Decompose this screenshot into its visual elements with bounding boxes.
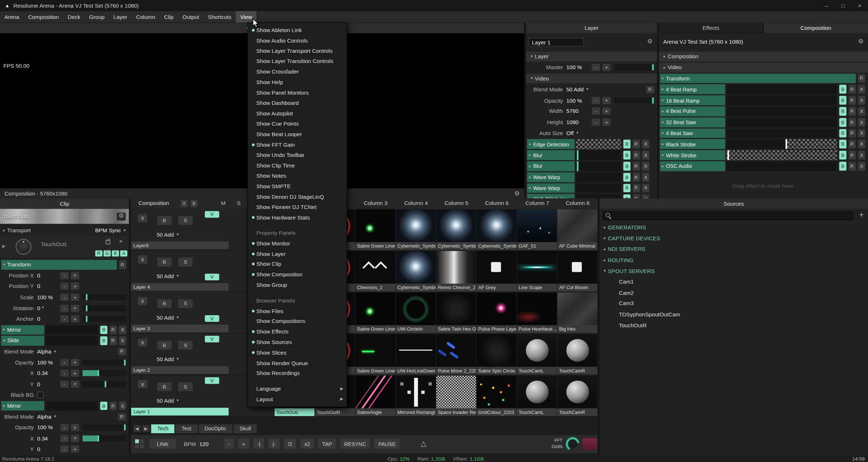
layer-name-field[interactable]: Layer 1 — [529, 37, 584, 46]
view-menu-item-show-layer-transport-controls[interactable]: Show Layer Transport Controls — [248, 46, 347, 56]
view-menu-item-show-layer[interactable]: Show Layer — [248, 249, 347, 259]
dropdown-blend-mode[interactable]: Alpha▾ — [37, 348, 56, 355]
increment-button[interactable]: + — [71, 446, 79, 453]
expand-triangle-icon[interactable]: ▸ — [660, 153, 666, 157]
decrement-button[interactable]: - — [592, 119, 600, 126]
clip-name-strip[interactable]: TouchOutL ⚙ — [0, 209, 129, 224]
channel-a-button[interactable]: A — [120, 250, 127, 257]
effect-header[interactable]: ▸4 Beat Pulse — [660, 106, 725, 116]
expand-triangle-icon[interactable]: ▸ — [660, 87, 666, 91]
view-menu-item-show-group[interactable]: Show Group — [248, 280, 347, 291]
effect-header[interactable]: ▸Shift Glitch Hor — [527, 194, 575, 198]
param-value[interactable]: 0 — [37, 446, 58, 453]
params-button[interactable]: P. — [119, 260, 126, 269]
tab-composition[interactable]: Composition — [764, 23, 868, 33]
effect-row-16-beat-ramp[interactable]: ▸16 Beat RampBP.X — [659, 95, 868, 106]
bypass-button[interactable]: B — [839, 107, 847, 116]
increment-button[interactable]: + — [71, 359, 79, 366]
remove-button[interactable]: X — [642, 162, 649, 170]
remove-button[interactable]: X — [858, 129, 865, 138]
channel-r-button[interactable]: R — [95, 250, 103, 257]
close-icon[interactable]: × — [119, 238, 122, 244]
dropdown-blend-mode[interactable]: 50 Add▾ — [566, 86, 588, 92]
effect-row-slide[interactable]: ▾SlideBP.X — [0, 335, 129, 346]
bypass-button[interactable]: B — [623, 162, 630, 170]
previous-deck-button[interactable]: ◀ — [134, 425, 141, 432]
params-button[interactable]: P. — [849, 85, 856, 94]
clip-cell[interactable]: Space Invader Rec... — [436, 375, 476, 416]
layer-solo-button[interactable]: S — [178, 216, 193, 225]
bypass-button[interactable]: B — [623, 195, 630, 198]
bypass-button[interactable]: B — [839, 118, 847, 127]
clip-cell[interactable]: Sabre Green Lines 1 — [355, 209, 395, 250]
source-category-ndi-servers[interactable]: ▸NDI SERVERS — [600, 244, 868, 255]
effect-row-mirror[interactable]: ▸MirrorBP.X — [0, 324, 129, 335]
play-icon[interactable]: ▶ — [2, 244, 5, 249]
increment-button[interactable]: + — [71, 283, 79, 290]
view-menu-item-show-undo-toolbar[interactable]: Show Undo Toolbar — [248, 150, 347, 161]
composition-clear-button[interactable]: X — [180, 200, 188, 207]
increment-button[interactable]: + — [71, 304, 79, 312]
decrement-button[interactable]: - — [60, 272, 69, 279]
layer-clear-button[interactable]: X — [138, 256, 147, 264]
effect-row-blur[interactable]: ▸BlurBP.X — [526, 161, 657, 171]
effect-track[interactable] — [576, 139, 621, 149]
clip-cell[interactable]: Sabre Green Lines 2 — [355, 333, 395, 375]
next-deck-button[interactable]: ▶ — [142, 425, 150, 432]
effect-track[interactable] — [576, 194, 621, 198]
view-menu-item-show-compositions[interactable]: Show Compositions — [248, 316, 347, 327]
decrement-button[interactable]: - — [592, 97, 600, 104]
view-menu-item-show-pioneer-dj-tcnet[interactable]: Show Pioneer DJ TCNet — [248, 202, 347, 213]
clip-cell[interactable]: Line Scape — [517, 250, 557, 292]
expand-triangle-icon[interactable]: ▾ — [529, 76, 535, 80]
source-category-spout-servers[interactable]: ▾SPOUT SERVERS — [600, 265, 868, 276]
menubar-item-column[interactable]: Column — [132, 11, 160, 23]
gear-icon[interactable]: ⚙ — [647, 38, 653, 44]
expand-triangle-icon[interactable]: ▸ — [660, 131, 666, 135]
layer-solo-button[interactable]: S — [178, 258, 193, 266]
expand-triangle-icon[interactable]: ▸ — [602, 247, 608, 252]
params-button[interactable]: P. — [110, 336, 117, 345]
params-button[interactable]: P. — [849, 162, 856, 170]
source-item-tdsyphonspoutoutcam[interactable]: TDSyphonSpoutOutCam — [600, 309, 868, 320]
params-button[interactable]: P. — [110, 325, 117, 334]
params-button[interactable]: P. — [849, 96, 856, 105]
clip-cell[interactable]: GAF_01 — [517, 209, 557, 250]
view-menu-item-show-hardware-stats[interactable]: Show Hardware Stats — [248, 212, 347, 223]
clip-cell[interactable]: TouchCamL — [517, 375, 557, 416]
effect-row-32-beat-saw[interactable]: ▸32 Beat SawBP.X — [659, 117, 868, 128]
clip-cell[interactable]: Cybernetic_Symbi... — [436, 209, 476, 250]
bpm-halve-button[interactable]: /2 — [284, 439, 296, 449]
remove-button[interactable]: X — [119, 402, 126, 410]
effect-row-mirror[interactable]: ▸MirrorBP.X — [0, 400, 129, 411]
effect-track[interactable] — [726, 128, 837, 138]
param-slider[interactable] — [83, 316, 126, 322]
layer-solo-button[interactable]: S — [178, 299, 193, 308]
increment-button[interactable]: + — [71, 315, 79, 323]
effect-track[interactable] — [45, 325, 98, 335]
effect-track[interactable] — [726, 84, 837, 94]
effect-row-wave-warp[interactable]: ▸Wave WarpBP.X — [526, 182, 657, 193]
metronome-icon[interactable]: △ — [421, 439, 426, 448]
source-item-cam3[interactable]: Cam3 — [600, 298, 868, 309]
clip-cell[interactable]: Pulse Move 2_2203 — [436, 333, 476, 375]
view-menu-item-show-render-queue[interactable]: Show Render Queue — [248, 358, 347, 368]
tab-effects[interactable]: Effects — [659, 23, 763, 33]
bypass-button[interactable]: B — [839, 140, 847, 149]
menubar-item-group[interactable]: Group — [85, 11, 109, 23]
params-button[interactable]: P. — [849, 140, 856, 149]
expand-triangle-icon[interactable]: ▸ — [602, 225, 608, 230]
bypass-button[interactable]: B — [100, 402, 107, 410]
effect-header[interactable]: ▸Blur — [527, 150, 575, 160]
remove-button[interactable]: X — [119, 325, 126, 334]
decrement-button[interactable]: - — [60, 370, 69, 377]
remove-button[interactable]: X — [642, 151, 649, 159]
remove-button[interactable]: X — [858, 96, 865, 105]
increment-button[interactable]: + — [602, 97, 611, 104]
param-value[interactable]: 100 % — [566, 97, 590, 103]
param-slider[interactable] — [83, 305, 126, 311]
param-slider[interactable] — [614, 64, 654, 71]
expand-triangle-icon[interactable]: ▾ — [602, 269, 608, 273]
view-menu-item-show-notes[interactable]: Show Notes — [248, 171, 347, 181]
dropdown-blend-mode[interactable]: Alpha▾ — [37, 414, 56, 420]
